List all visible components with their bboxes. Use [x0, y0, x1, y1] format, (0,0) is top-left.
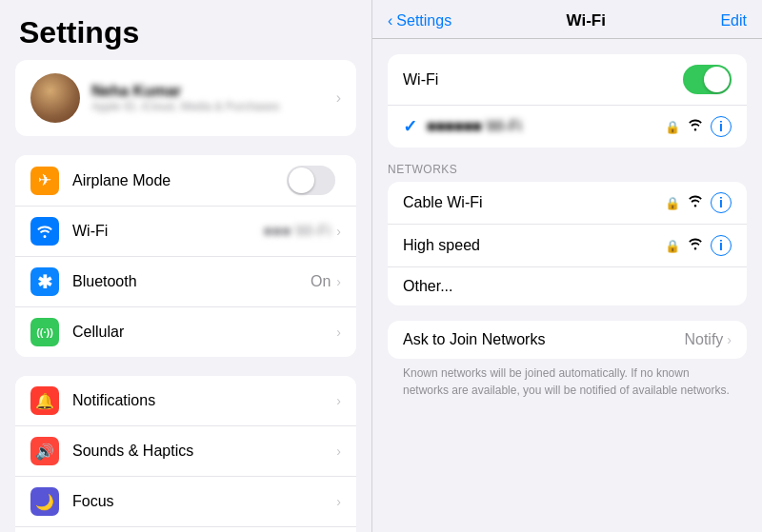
- airplane-mode-row[interactable]: ✈ Airplane Mode: [15, 155, 356, 207]
- wifi-value: ■■■ Wi-Fi: [264, 223, 331, 240]
- cellular-row[interactable]: ((·)) Cellular ›: [15, 307, 356, 357]
- notifications-label: Notifications: [72, 392, 336, 409]
- sounds-icon: 🔊: [30, 437, 59, 465]
- network-row[interactable]: High speed 🔒 i: [388, 225, 747, 267]
- wifi-panel: ‹ Settings Wi-Fi Edit Wi-Fi ✓ ■■■■■■ Wi-…: [371, 0, 762, 532]
- network-row[interactable]: Other...: [388, 267, 747, 305]
- ask-join-section: Ask to Join Networks Notify ›: [388, 321, 747, 359]
- networks-section: Cable Wi-Fi 🔒 i High speed 🔒: [388, 182, 747, 305]
- lock-icon: 🔒: [665, 196, 680, 210]
- connected-network-name: ■■■■■■ Wi-Fi: [427, 118, 665, 135]
- network-name: Cable Wi-Fi: [403, 194, 665, 211]
- cable-wifi-info-button[interactable]: i: [711, 192, 732, 213]
- wifi-signal-icon: [688, 118, 703, 135]
- edit-button[interactable]: Edit: [720, 12, 747, 30]
- lock-icon: 🔒: [665, 120, 680, 134]
- network-icons: 🔒 i: [665, 235, 732, 256]
- wifi-toggle[interactable]: [683, 65, 732, 94]
- focus-chevron-icon: ›: [336, 494, 341, 509]
- bluetooth-icon: ✱: [30, 267, 59, 296]
- wifi-label: Wi-Fi: [72, 223, 264, 240]
- settings-panel: Settings Neha Kumar Apple ID, iCloud, Me…: [0, 0, 371, 532]
- screentime-row[interactable]: ⏱ Screen Time ›: [15, 527, 356, 532]
- profile-chevron-icon: ›: [336, 89, 341, 107]
- ask-join-value: Notify: [684, 331, 723, 348]
- wifi-signal-icon: [688, 194, 703, 211]
- ask-join-chevron-icon: ›: [727, 332, 732, 347]
- bluetooth-label: Bluetooth: [72, 273, 311, 290]
- network-name: High speed: [403, 237, 665, 254]
- wifi-toggle-section: Wi-Fi ✓ ■■■■■■ Wi-Fi 🔒 i: [388, 54, 747, 148]
- wifi-icon: [30, 217, 59, 246]
- wifi-main-label: Wi-Fi: [403, 71, 683, 89]
- highspeed-info-button[interactable]: i: [711, 235, 732, 256]
- airplane-toggle[interactable]: [287, 166, 335, 195]
- avatar: [30, 73, 80, 123]
- airplane-label: Airplane Mode: [72, 172, 287, 189]
- profile-left: Neha Kumar Apple ID, iCloud, Media & Pur…: [30, 73, 279, 123]
- ask-join-description: Known networks will be joined automatica…: [388, 365, 747, 410]
- profile-card[interactable]: Neha Kumar Apple ID, iCloud, Media & Pur…: [15, 60, 356, 136]
- sounds-chevron-icon: ›: [336, 443, 341, 459]
- connected-network-icons: 🔒 i: [665, 116, 732, 137]
- wifi-row[interactable]: Wi-Fi ■■■ Wi-Fi ›: [15, 207, 356, 257]
- notifications-icon: 🔔: [30, 386, 59, 415]
- wifi-main-row: Wi-Fi: [388, 54, 747, 106]
- checkmark-icon: ✓: [403, 116, 417, 137]
- nav-title: Wi-Fi: [567, 11, 606, 30]
- focus-label: Focus: [72, 493, 336, 510]
- airplane-toggle-knob: [289, 167, 314, 193]
- focus-row[interactable]: 🌙 Focus ›: [15, 477, 356, 527]
- notifications-row[interactable]: 🔔 Notifications ›: [15, 376, 356, 426]
- bluetooth-row[interactable]: ✱ Bluetooth On ›: [15, 257, 356, 307]
- cellular-icon: ((·)): [30, 318, 59, 346]
- settings-group-1: ✈ Airplane Mode Wi-Fi ■■■ Wi-Fi › ✱ Blue…: [15, 155, 356, 357]
- back-chevron-icon: ‹: [388, 12, 392, 30]
- sounds-row[interactable]: 🔊 Sounds & Haptics ›: [15, 426, 356, 477]
- settings-group-2: 🔔 Notifications › 🔊 Sounds & Haptics › 🌙…: [15, 376, 356, 532]
- lock-icon: 🔒: [665, 239, 680, 253]
- wifi-toggle-knob: [704, 67, 730, 92]
- settings-title: Settings: [0, 0, 371, 60]
- wifi-signal-icon: [688, 237, 703, 254]
- cellular-label: Cellular: [72, 324, 336, 341]
- nav-bar: ‹ Settings Wi-Fi Edit: [372, 0, 762, 39]
- back-label: Settings: [396, 12, 451, 30]
- network-row[interactable]: Cable Wi-Fi 🔒 i: [388, 182, 747, 225]
- profile-name: Neha Kumar: [91, 83, 279, 100]
- ask-join-row[interactable]: Ask to Join Networks Notify ›: [388, 321, 747, 359]
- airplane-icon: ✈: [30, 167, 59, 195]
- wifi-chevron-icon: ›: [336, 224, 341, 239]
- connected-info-button[interactable]: i: [711, 116, 732, 137]
- focus-icon: 🌙: [30, 487, 59, 516]
- network-icons: 🔒 i: [665, 192, 732, 213]
- ask-join-label: Ask to Join Networks: [403, 331, 684, 348]
- network-name: Other...: [403, 278, 732, 295]
- bluetooth-value: On: [311, 273, 331, 290]
- notifications-chevron-icon: ›: [336, 393, 341, 408]
- bluetooth-chevron-icon: ›: [336, 274, 341, 289]
- profile-subtitle: Apple ID, iCloud, Media & Purchases: [91, 100, 279, 113]
- cellular-chevron-icon: ›: [336, 325, 341, 340]
- connected-network-row[interactable]: ✓ ■■■■■■ Wi-Fi 🔒 i: [388, 106, 747, 148]
- profile-text: Neha Kumar Apple ID, iCloud, Media & Pur…: [91, 83, 279, 113]
- nav-back-button[interactable]: ‹ Settings: [388, 12, 451, 30]
- sounds-label: Sounds & Haptics: [72, 443, 336, 460]
- networks-header: NETWORKS: [372, 148, 762, 182]
